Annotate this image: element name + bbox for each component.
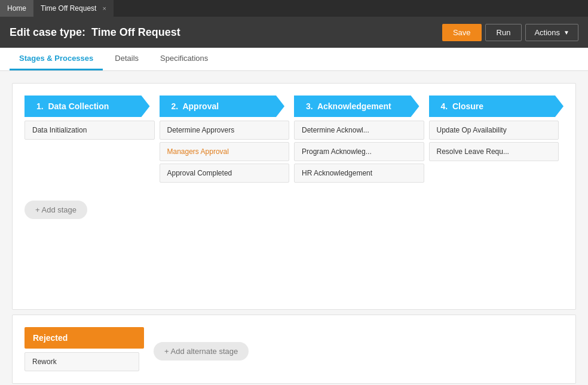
stage-header-approval[interactable]: 2. Approval — [160, 96, 285, 117]
main-content: 1. Data Collection Data Initialization 2… — [0, 71, 588, 385]
alt-stage-rejected: Rejected Rework — [24, 327, 144, 371]
process-item-program-acknowleg[interactable]: Program Acknowleg... — [294, 142, 424, 161]
tab-specifications[interactable]: Specifications — [151, 48, 218, 70]
stage-header-acknowledgement[interactable]: 3. Acknowledgement — [294, 96, 419, 117]
stage-header-data-collection[interactable]: 1. Data Collection — [24, 96, 150, 117]
title-name: Time Off Request — [91, 26, 180, 38]
process-list-approval: Determine Approvers Managers Approval Ap… — [160, 121, 290, 183]
close-icon[interactable]: × — [102, 5, 106, 12]
add-alt-stage-button[interactable]: + Add alternate stage — [154, 342, 249, 361]
process-item-managers-approval[interactable]: Managers Approval — [160, 142, 290, 161]
save-button[interactable]: Save — [442, 24, 482, 41]
home-tab[interactable]: Home — [0, 0, 33, 17]
process-list-closure: Update Op Availability Resolve Leave Req… — [429, 121, 559, 161]
stage-data-collection: 1. Data Collection Data Initialization — [24, 96, 160, 140]
process-item-determine-acknowl[interactable]: Determine Acknowl... — [294, 121, 424, 140]
tab-specifications-label: Specifications — [160, 54, 208, 63]
stage-approval: 2. Approval Determine Approvers Managers… — [160, 96, 295, 183]
process-item-hr-acknowledgement[interactable]: HR Acknowledgement — [294, 164, 424, 183]
chevron-down-icon: ▼ — [564, 29, 569, 36]
tab-stages-label: Stages & Processes — [19, 54, 93, 63]
tab-stages[interactable]: Stages & Processes — [10, 48, 103, 70]
stage-header-closure[interactable]: 4. Closure — [429, 96, 564, 117]
actions-label: Actions — [534, 28, 560, 37]
header: Edit case type: Time Off Request Save Ru… — [0, 17, 588, 48]
actions-button[interactable]: Actions ▼ — [525, 24, 578, 41]
process-list-acknowledgement: Determine Acknowl... Program Acknowleg..… — [294, 121, 424, 183]
tab-details-label: Details — [115, 54, 139, 63]
process-item-determine-approvers[interactable]: Determine Approvers — [160, 121, 290, 140]
stage-acknowledgement: 3. Acknowledgement Determine Acknowl... … — [294, 96, 429, 183]
alt-process-list-rejected: Rework — [24, 352, 139, 371]
process-item-data-initialization[interactable]: Data Initialization — [24, 121, 155, 140]
process-item-resolve-leave[interactable]: Resolve Leave Requ... — [429, 142, 559, 161]
alt-process-item-rework[interactable]: Rework — [24, 352, 139, 371]
run-button[interactable]: Run — [485, 24, 522, 41]
home-tab-label: Home — [7, 4, 26, 13]
header-actions: Save Run Actions ▼ — [442, 24, 578, 41]
process-item-approval-completed[interactable]: Approval Completed — [160, 164, 290, 183]
page-title: Edit case type: Time Off Request — [10, 26, 180, 39]
stage-closure: 4. Closure Update Op Availability Resolv… — [429, 96, 564, 161]
title-prefix: Edit case type: — [10, 26, 85, 38]
tab-details[interactable]: Details — [105, 48, 148, 70]
stages-row: 1. Data Collection Data Initialization 2… — [24, 96, 564, 183]
active-tab-label: Time Off Request — [41, 4, 96, 13]
tabs-bar: Stages & Processes Details Specification… — [0, 48, 588, 71]
top-bar: Home Time Off Request × — [0, 0, 588, 17]
process-item-update-op[interactable]: Update Op Availability — [429, 121, 559, 140]
active-tab[interactable]: Time Off Request × — [33, 0, 114, 17]
process-list-data-collection: Data Initialization — [24, 121, 155, 140]
alternate-area: Rejected Rework + Add alternate stage — [12, 315, 576, 384]
add-stage-button[interactable]: + Add stage — [24, 201, 87, 219]
alt-stage-header-rejected[interactable]: Rejected — [24, 327, 144, 349]
stages-area: 1. Data Collection Data Initialization 2… — [12, 83, 576, 310]
